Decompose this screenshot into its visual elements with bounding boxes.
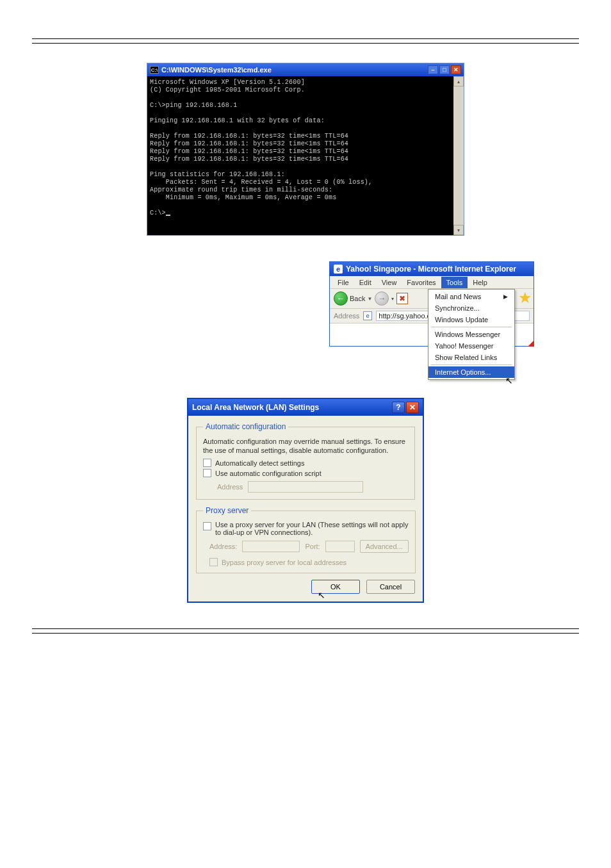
back-arrow-icon: ← <box>334 291 348 306</box>
cmd-titlebar[interactable]: C:\ C:\WINDOWS\System32\cmd.exe – □ ✕ <box>147 63 464 76</box>
stop-button[interactable]: ✖ <box>396 293 408 304</box>
menu-edit[interactable]: Edit <box>354 277 377 288</box>
proxy-port-label: Port: <box>305 543 320 550</box>
scroll-down-arrow-icon[interactable]: ▾ <box>453 225 464 235</box>
tools-show-related-links[interactable]: Show Related Links <box>428 352 514 363</box>
tools-dropdown: Mail and News ▶ Synchronize... Windows U… <box>428 289 515 380</box>
menu-file[interactable]: File <box>332 277 354 288</box>
divider-bottom-thin <box>32 628 579 629</box>
bypass-proxy-checkbox <box>209 558 218 566</box>
menu-help[interactable]: Help <box>468 277 493 288</box>
tools-synchronize[interactable]: Synchronize... <box>428 302 514 314</box>
tools-windows-messenger-label: Windows Messenger <box>435 331 500 338</box>
tools-internet-options-label: Internet Options... <box>435 368 491 376</box>
scroll-track[interactable] <box>453 86 464 225</box>
tools-mail-and-news[interactable]: Mail and News ▶ <box>428 291 514 302</box>
minimize-button[interactable]: – <box>428 65 438 74</box>
tools-separator-2 <box>431 364 512 365</box>
cmd-scrollbar[interactable]: ▴ ▾ <box>453 76 464 235</box>
tools-synchronize-label: Synchronize... <box>435 304 480 312</box>
tools-internet-options[interactable]: Internet Options... <box>428 366 514 378</box>
proxy-port-input <box>325 541 355 552</box>
tools-windows-messenger[interactable]: Windows Messenger <box>428 329 514 340</box>
forward-arrow-icon: → <box>378 294 386 303</box>
ie-window: e Yahoo! Singapore - Microsoft Internet … <box>329 261 534 347</box>
divider-top-thick <box>32 38 579 39</box>
forward-button[interactable]: → <box>375 291 389 306</box>
use-proxy-checkbox[interactable] <box>203 522 211 530</box>
tools-yahoo-messenger[interactable]: Yahoo! Messenger <box>428 340 514 352</box>
proxy-address-input <box>242 541 300 552</box>
tools-show-related-links-label: Show Related Links <box>435 354 497 361</box>
menu-tools[interactable]: Tools <box>441 277 468 288</box>
forward-dropdown-icon[interactable]: ▾ <box>391 296 394 302</box>
cmd-output[interactable]: Microsoft Windows XP [Version 5.1.2600] … <box>147 76 453 235</box>
auto-detect-checkbox[interactable] <box>203 459 211 467</box>
automatic-configuration-legend: Automatic configuration <box>203 422 288 431</box>
menu-favorites[interactable]: Favorites <box>402 277 441 288</box>
menu-view[interactable]: View <box>377 277 402 288</box>
ie-corner-marker-icon <box>528 340 534 347</box>
back-button[interactable]: ← Back ▼ <box>334 291 372 306</box>
lan-settings-dialog: Local Area Network (LAN) Settings ? ✕ Au… <box>187 398 424 603</box>
back-label: Back <box>350 295 365 302</box>
tools-windows-update[interactable]: Windows Update <box>428 314 514 325</box>
page-icon: e <box>363 311 372 320</box>
cmd-window: C:\ C:\WINDOWS\System32\cmd.exe – □ ✕ Mi… <box>147 63 464 236</box>
favorites-star-icon: ★ <box>518 290 535 307</box>
divider-top-thin <box>32 43 579 44</box>
use-proxy-label: Use a proxy server for your LAN (These s… <box>215 521 409 536</box>
tools-windows-update-label: Windows Update <box>435 316 488 323</box>
cmd-icon: C:\ <box>150 66 159 74</box>
auto-script-label: Use automatic configuration script <box>215 470 322 477</box>
ie-titlebar[interactable]: e Yahoo! Singapore - Microsoft Internet … <box>330 262 534 276</box>
close-button[interactable]: ✕ <box>406 402 419 413</box>
lan-title: Local Area Network (LAN) Settings <box>192 403 319 412</box>
advanced-button: Advanced... <box>360 540 409 553</box>
divider-bottom-thick <box>32 633 579 634</box>
cursor-icon: ↖ <box>318 590 325 600</box>
ie-title: Yahoo! Singapore - Microsoft Internet Ex… <box>346 265 516 274</box>
cursor-icon: ↖ <box>505 375 513 386</box>
cmd-title: C:\WINDOWS\System32\cmd.exe <box>161 66 272 74</box>
back-dropdown-icon[interactable]: ▼ <box>367 296 372 302</box>
script-address-label: Address <box>217 483 243 491</box>
maximize-button[interactable]: □ <box>439 65 450 74</box>
script-address-input <box>248 481 363 493</box>
close-button[interactable]: ✕ <box>451 65 461 74</box>
scroll-up-arrow-icon[interactable]: ▴ <box>453 76 464 86</box>
proxy-server-group: Proxy server Use a proxy server for your… <box>196 506 416 573</box>
tools-mail-label: Mail and News <box>435 293 481 300</box>
proxy-address-label: Address: <box>209 543 237 550</box>
help-button[interactable]: ? <box>392 402 405 413</box>
lan-titlebar[interactable]: Local Area Network (LAN) Settings ? ✕ <box>188 399 423 416</box>
auto-script-checkbox[interactable] <box>203 469 211 477</box>
tools-yahoo-messenger-label: Yahoo! Messenger <box>435 342 494 350</box>
automatic-configuration-text: Automatic configuration may override man… <box>203 437 408 455</box>
ie-icon: e <box>334 265 343 274</box>
cancel-button[interactable]: Cancel <box>366 580 415 594</box>
automatic-configuration-group: Automatic configuration Automatic config… <box>196 422 415 500</box>
tools-separator-1 <box>431 327 512 327</box>
bypass-proxy-label: Bypass proxy server for local addresses <box>222 559 346 566</box>
ie-menubar: File Edit View Favorites Tools Help <box>330 276 534 289</box>
submenu-arrow-icon: ▶ <box>503 293 508 300</box>
address-label: Address <box>334 312 359 320</box>
auto-detect-label: Automatically detect settings <box>215 459 304 467</box>
stop-icon: ✖ <box>399 294 405 303</box>
proxy-server-legend: Proxy server <box>203 506 251 515</box>
